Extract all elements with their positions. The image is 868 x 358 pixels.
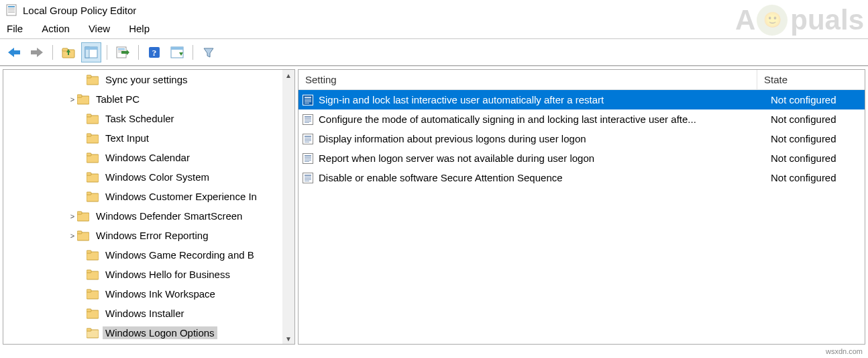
folder-icon <box>87 152 99 163</box>
tree-item[interactable]: Windows Color System <box>3 167 282 187</box>
svg-rect-84 <box>305 181 309 181</box>
svg-rect-82 <box>305 178 311 179</box>
toolbar-separator <box>107 45 107 60</box>
folder-icon <box>87 328 99 339</box>
svg-rect-5 <box>8 12 15 13</box>
setting-row[interactable]: Configure the mode of automatically sign… <box>299 109 865 129</box>
toolbar: ? <box>0 40 868 65</box>
svg-rect-42 <box>77 231 82 234</box>
folder-icon <box>87 172 99 183</box>
expander-icon[interactable]: > <box>68 95 77 103</box>
column-setting[interactable]: Setting <box>299 70 757 90</box>
setting-row[interactable]: Disable or enable software Secure Attent… <box>299 168 865 187</box>
svg-rect-58 <box>305 100 311 101</box>
svg-rect-26 <box>87 75 91 78</box>
properties-icon[interactable] <box>167 42 187 62</box>
svg-rect-30 <box>87 114 91 117</box>
export-list-icon[interactable] <box>113 42 133 62</box>
tree-item[interactable]: Text Input <box>3 128 282 148</box>
tree-item[interactable]: Windows Game Recording and B <box>3 245 282 265</box>
menu-action[interactable]: Action <box>42 23 70 34</box>
show-hide-tree-icon[interactable] <box>81 42 101 62</box>
tree-item[interactable]: Sync your settings <box>3 70 282 89</box>
svg-rect-22 <box>171 47 183 50</box>
toolbar-separator <box>52 45 53 60</box>
tree-item[interactable]: >Windows Defender SmartScreen <box>3 206 282 226</box>
tree-item-label: Task Scheduler <box>103 112 177 125</box>
svg-rect-68 <box>305 136 311 137</box>
setting-row[interactable]: Report when logon server was not availab… <box>299 148 865 168</box>
filter-icon[interactable] <box>199 42 219 62</box>
column-state[interactable]: State <box>757 70 865 90</box>
tree-item[interactable]: Windows Installer <box>3 304 282 323</box>
settings-pane: Setting State Sign-in and lock last inte… <box>298 69 865 345</box>
tree-item-label: Windows Hello for Business <box>103 268 233 281</box>
source-note: wsxdn.com <box>826 347 863 355</box>
up-folder-icon[interactable] <box>58 42 78 62</box>
folder-icon <box>87 133 99 144</box>
forward-arrow-icon[interactable] <box>27 42 47 62</box>
tree-item[interactable]: Windows Ink Workspace <box>3 284 282 304</box>
tree-item[interactable]: >Windows Error Reporting <box>3 226 282 245</box>
setting-row[interactable]: Sign-in and lock last interactive user a… <box>299 90 865 109</box>
scroll-down-icon[interactable]: ▼ <box>283 333 294 344</box>
tree-item[interactable]: >Tablet PC <box>3 89 282 109</box>
svg-rect-69 <box>305 138 311 138</box>
toolbar-separator <box>138 45 139 60</box>
tree-item-label: Windows Customer Experience In <box>103 190 260 203</box>
svg-rect-57 <box>305 99 311 99</box>
tree-list[interactable]: Sync your settings>Tablet PCTask Schedul… <box>3 70 282 344</box>
tree-item[interactable]: Windows Logon Options <box>3 323 282 343</box>
svg-rect-75 <box>305 157 311 158</box>
folder-icon <box>77 94 89 105</box>
tree-item[interactable]: Windows Calendar <box>3 148 282 167</box>
svg-rect-71 <box>305 140 311 141</box>
svg-rect-36 <box>87 173 91 175</box>
back-arrow-icon[interactable] <box>4 42 24 62</box>
expander-icon[interactable]: > <box>68 212 77 220</box>
tree-scrollbar[interactable]: ▲ ▼ <box>282 70 294 344</box>
svg-rect-56 <box>305 97 311 98</box>
tree-item[interactable]: Windows Customer Experience In <box>3 187 282 206</box>
setting-name: Disable or enable software Secure Attent… <box>317 171 767 184</box>
tree-item-label: Windows Ink Workspace <box>103 287 218 300</box>
svg-rect-28 <box>77 95 82 97</box>
list-header: Setting State <box>299 70 865 90</box>
tree-pane: Sync your settings>Tablet PCTask Schedul… <box>3 69 295 345</box>
svg-rect-48 <box>87 289 91 292</box>
tree-item-label: Windows Game Recording and B <box>103 249 257 261</box>
svg-rect-38 <box>87 192 91 195</box>
expander-icon[interactable]: > <box>68 232 77 240</box>
svg-rect-78 <box>305 161 309 162</box>
svg-rect-3 <box>8 9 15 10</box>
menu-help[interactable]: Help <box>129 23 150 34</box>
svg-rect-4 <box>8 11 15 11</box>
help-icon[interactable]: ? <box>144 42 164 62</box>
tree-item[interactable]: Windows Hello for Business <box>3 265 282 284</box>
svg-rect-83 <box>305 179 311 180</box>
folder-icon <box>77 211 89 222</box>
scroll-up-icon[interactable]: ▲ <box>283 70 294 81</box>
folder-icon <box>87 308 99 319</box>
setting-row[interactable]: Display information about previous logon… <box>299 129 865 148</box>
svg-rect-66 <box>305 122 309 123</box>
svg-rect-46 <box>87 270 91 273</box>
folder-icon <box>87 269 99 280</box>
tree-item-label: Sync your settings <box>103 73 191 86</box>
svg-marker-24 <box>204 48 213 57</box>
tree-item[interactable]: Windows Media Digital Rights M <box>3 343 282 344</box>
settings-list[interactable]: Sign-in and lock last interactive user a… <box>299 90 865 187</box>
svg-rect-2 <box>8 8 15 9</box>
svg-rect-44 <box>87 251 91 253</box>
tree-item[interactable]: Task Scheduler <box>3 109 282 128</box>
svg-rect-52 <box>87 328 91 331</box>
svg-rect-34 <box>87 153 91 156</box>
menu-file[interactable]: File <box>7 23 23 34</box>
svg-rect-74 <box>305 155 311 156</box>
window-title: Local Group Policy Editor <box>23 5 136 16</box>
menu-view[interactable]: View <box>89 23 110 34</box>
svg-rect-59 <box>305 101 311 102</box>
svg-rect-13 <box>85 47 97 50</box>
svg-rect-76 <box>305 159 311 159</box>
title-bar: Local Group Policy Editor <box>0 0 868 20</box>
